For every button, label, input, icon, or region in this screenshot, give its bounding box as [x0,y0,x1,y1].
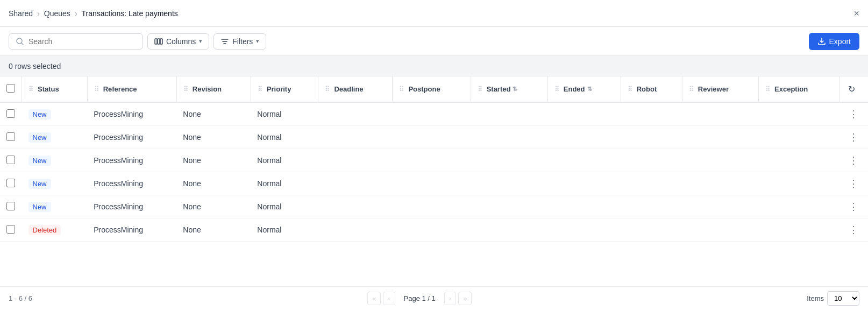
cell-exception [759,172,839,195]
cell-status: New [22,195,88,219]
cell-started [471,195,547,219]
col-status-label: Status [38,85,59,93]
cell-revision: None [176,126,251,149]
row-more-button[interactable]: ⋮ [845,131,862,143]
row-checkbox-cell[interactable] [0,172,22,195]
columns-chevron-icon: ▾ [199,38,202,45]
breadcrumb-sep-2: › [75,9,77,18]
cell-deadline [318,195,393,219]
col-postpone-label: Postpone [408,85,440,93]
next-page-button[interactable]: › [444,292,456,305]
breadcrumb-queues[interactable]: Queues [44,9,70,18]
col-exception[interactable]: ⠿ Exception [759,76,839,102]
cell-more[interactable]: ⋮ [839,149,868,172]
col-started[interactable]: ⠿ Started ⇅ [471,76,547,102]
cell-more[interactable]: ⋮ [839,172,868,195]
col-robot[interactable]: ⠿ Robot [621,76,682,102]
select-all-cell[interactable] [0,76,22,102]
cell-revision: None [176,219,251,242]
col-deadline[interactable]: ⠿ Deadline [318,76,393,102]
export-button[interactable]: Export [809,33,859,50]
cell-reviewer [682,195,758,219]
drag-handle-reviewer: ⠿ [689,86,694,93]
cell-started [471,126,547,149]
cell-postpone [393,102,471,126]
row-checkbox-cell[interactable] [0,126,22,149]
col-priority[interactable]: ⠿ Priority [251,76,318,102]
select-all-checkbox[interactable] [6,84,15,93]
columns-button[interactable]: Columns ▾ [147,33,209,50]
cell-more[interactable]: ⋮ [839,126,868,149]
col-ended[interactable]: ⠿ Ended ⇅ [547,76,621,102]
col-postpone[interactable]: ⠿ Postpone [393,76,471,102]
col-revision[interactable]: ⠿ Revision [176,76,251,102]
cell-robot [621,172,682,195]
col-exception-label: Exception [774,85,808,93]
cell-postpone [393,195,471,219]
row-checkbox[interactable] [6,202,15,210]
cell-reviewer [682,102,758,126]
col-reference[interactable]: ⠿ Reference [87,76,176,102]
filters-button[interactable]: Filters ▾ [214,33,266,50]
status-badge: Deleted [29,225,61,235]
drag-handle-started: ⠿ [478,86,482,93]
row-checkbox[interactable] [6,225,15,234]
cell-started [471,102,547,126]
page-info: Page 1 / 1 [397,292,442,305]
close-button[interactable]: × [853,9,859,18]
cell-postpone [393,172,471,195]
row-more-button[interactable]: ⋮ [845,224,862,236]
pagination: « ‹ Page 1 / 1 › » [367,292,472,305]
row-checkbox[interactable] [6,156,15,164]
items-label: Items [807,294,824,302]
cell-reference: ProcessMining [87,195,176,219]
refresh-button[interactable]: ↻ [846,82,857,96]
row-checkbox-cell[interactable] [0,149,22,172]
col-priority-label: Priority [267,85,291,93]
col-reviewer[interactable]: ⠿ Reviewer [682,76,758,102]
col-ended-label: Ended [564,85,585,93]
cell-exception [759,195,839,219]
row-checkbox[interactable] [6,109,15,118]
row-checkbox-cell[interactable] [0,195,22,219]
svg-rect-4 [160,39,162,44]
row-checkbox[interactable] [6,179,15,187]
cell-priority: Normal [251,195,318,219]
search-input[interactable] [29,37,136,46]
cell-robot [621,219,682,242]
col-started-label: Started [487,85,511,93]
breadcrumb-current: Transactions: Late payments [82,9,178,18]
cell-robot [621,102,682,126]
status-badge: New [29,156,51,166]
first-page-button[interactable]: « [367,292,381,305]
items-per-page-select[interactable]: 10 25 50 100 [827,291,859,306]
drag-handle-ended: ⠿ [554,86,559,93]
cell-robot [621,195,682,219]
drag-handle-postpone: ⠿ [399,86,404,93]
row-more-button[interactable]: ⋮ [845,201,862,213]
cell-more[interactable]: ⋮ [839,102,868,126]
col-deadline-label: Deadline [334,85,363,93]
cell-deadline [318,126,393,149]
row-more-button[interactable]: ⋮ [845,108,862,120]
filters-chevron-icon: ▾ [256,38,259,45]
prev-page-button[interactable]: ‹ [383,292,395,305]
sort-ended-icon: ⇅ [587,86,592,93]
col-status[interactable]: ⠿ Status [22,76,88,102]
row-checkbox-cell[interactable] [0,219,22,242]
cell-postpone [393,126,471,149]
cell-revision: None [176,149,251,172]
search-box[interactable] [9,33,143,50]
breadcrumb-shared[interactable]: Shared [9,9,33,18]
cell-more[interactable]: ⋮ [839,219,868,242]
cell-priority: Normal [251,172,318,195]
row-more-button[interactable]: ⋮ [845,178,862,189]
cell-postpone [393,149,471,172]
row-checkbox-cell[interactable] [0,102,22,126]
col-actions[interactable]: ↻ [839,76,868,102]
cell-reference: ProcessMining [87,149,176,172]
cell-more[interactable]: ⋮ [839,195,868,219]
last-page-button[interactable]: » [458,292,472,305]
row-checkbox[interactable] [6,132,15,141]
row-more-button[interactable]: ⋮ [845,154,862,166]
